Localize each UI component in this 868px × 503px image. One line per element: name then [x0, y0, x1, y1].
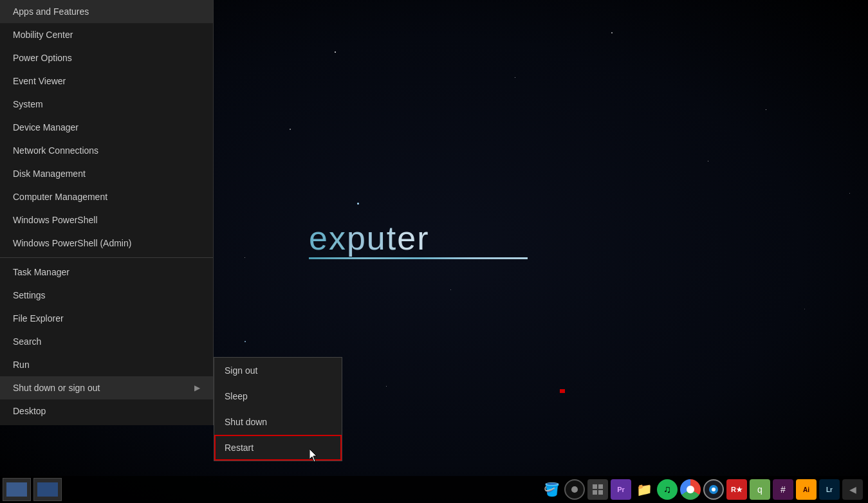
menu-item-computer-management[interactable]: Computer Management [0, 185, 213, 208]
taskbar-icon-folder[interactable]: 📁 [634, 479, 654, 500]
menu-item-mobility-center[interactable]: Mobility Center [0, 23, 213, 46]
winx-context-menu: Apps and Features Mobility Center Power … [0, 0, 214, 425]
thumb-preview-1 [6, 482, 27, 497]
menu-item-network-connections[interactable]: Network Connections [0, 139, 213, 162]
thumb-preview-2 [37, 482, 58, 497]
red-dot-decoration [560, 389, 565, 393]
grid-icon-svg [592, 484, 604, 495]
submenu-arrow-icon: ▶ [194, 383, 200, 392]
svg-point-5 [712, 488, 716, 491]
menu-item-shut-down-sign-out[interactable]: Shut down or sign out ▶ [0, 376, 213, 399]
svg-rect-1 [598, 484, 603, 489]
svg-rect-2 [593, 490, 597, 495]
menu-item-power-options[interactable]: Power Options [0, 46, 213, 69]
svg-rect-3 [598, 490, 603, 495]
menu-item-file-explorer[interactable]: File Explorer [0, 307, 213, 330]
exputer-logo: exputer [309, 219, 429, 257]
menu-item-disk-management[interactable]: Disk Management [0, 162, 213, 185]
submenu-item-sleep[interactable]: Sleep [214, 383, 342, 409]
menu-item-windows-powershell[interactable]: Windows PowerShell [0, 208, 213, 232]
taskbar-icon-illustrator[interactable]: Ai [796, 479, 817, 500]
taskbar-icon-rockstar[interactable]: R★ [726, 479, 747, 500]
taskbar-pinned-apps: 🪣 Pr 📁 ♫ [541, 479, 868, 500]
menu-item-windows-powershell-admin[interactable]: Windows PowerShell (Admin) [0, 232, 213, 255]
taskbar-icon-lightroom[interactable]: Lr [819, 479, 840, 500]
menu-item-apps-features[interactable]: Apps and Features [0, 0, 213, 23]
submenu-item-sign-out[interactable]: Sign out [214, 358, 342, 383]
submenu-item-restart[interactable]: Restart [214, 435, 342, 461]
exputer-underline [309, 257, 528, 259]
taskbar-icon-steam[interactable] [703, 479, 724, 500]
taskbar-icon-premiere[interactable]: Pr [611, 479, 631, 500]
menu-item-device-manager[interactable]: Device Manager [0, 116, 213, 139]
menu-separator-1 [0, 257, 213, 258]
taskbar-open-windows [0, 478, 63, 501]
circle-inner [571, 486, 578, 493]
taskbar-icon-circle[interactable] [564, 479, 585, 500]
taskbar: 🪣 Pr 📁 ♫ [0, 476, 868, 503]
taskbar-icon-qbittorrent[interactable]: q [750, 479, 770, 500]
menu-item-desktop[interactable]: Desktop [0, 399, 213, 423]
taskbar-window-thumb-1[interactable] [3, 478, 31, 501]
menu-item-run[interactable]: Run [0, 353, 213, 376]
shutdown-submenu: Sign out Sleep Shut down Restart [214, 357, 342, 461]
submenu-item-shut-down[interactable]: Shut down [214, 409, 342, 435]
taskbar-icon-chrome[interactable] [680, 479, 701, 500]
steam-icon-svg [708, 484, 719, 495]
taskbar-window-thumb-2[interactable] [33, 478, 62, 501]
taskbar-icon-script[interactable]: ◀ [842, 479, 863, 500]
menu-item-settings[interactable]: Settings [0, 284, 213, 307]
menu-item-system[interactable]: System [0, 93, 213, 116]
menu-item-event-viewer[interactable]: Event Viewer [0, 69, 213, 93]
taskbar-icon-spotify[interactable]: ♫ [657, 479, 678, 500]
menu-item-search[interactable]: Search [0, 330, 213, 353]
taskbar-icon-grid[interactable] [587, 479, 608, 500]
taskbar-icon-slack[interactable]: # [773, 479, 793, 500]
svg-rect-0 [593, 484, 597, 489]
taskbar-icon-winamp[interactable]: 🪣 [541, 479, 562, 500]
menu-item-task-manager[interactable]: Task Manager [0, 261, 213, 284]
